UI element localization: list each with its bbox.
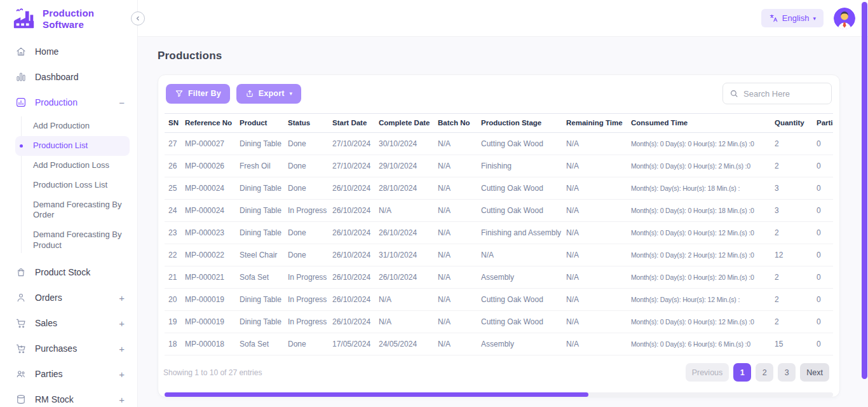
sidebar-collapse-button[interactable] xyxy=(131,11,145,25)
column-header-remaining-time: Remaining Time xyxy=(562,114,627,133)
cell-reference-no: MP-000021 xyxy=(181,266,236,289)
column-header-partially: Partially xyxy=(813,114,833,133)
content: Productions xyxy=(138,37,868,62)
cell-reference-no: MP-000024 xyxy=(181,177,236,200)
production-icon xyxy=(15,97,27,108)
sidebar-item-product-stock[interactable]: Product Stock xyxy=(0,259,137,285)
sidebar-item-production[interactable]: Production− xyxy=(0,90,137,115)
brand[interactable]: ProductionSoftware xyxy=(0,0,137,36)
column-header-product: Product xyxy=(236,114,284,133)
purchases-icon xyxy=(15,343,27,354)
horizontal-scrollbar-track[interactable] xyxy=(165,392,833,397)
submenu-item-add-production[interactable]: Add Production xyxy=(15,116,130,136)
sidebar-item-orders[interactable]: Orders+ xyxy=(0,285,137,310)
language-selector[interactable]: English ▾ xyxy=(761,9,824,27)
cell-quantity: 3 xyxy=(771,200,813,222)
table-row[interactable]: 23MP-000023Dining TableDone26/10/202426/… xyxy=(165,222,833,244)
cell-start-date: 26/10/2024 xyxy=(329,177,375,200)
product-stock-icon xyxy=(15,266,27,278)
cell-production-stage: N/A xyxy=(477,244,562,266)
cell-reference-no: MP-000019 xyxy=(181,311,236,333)
sidebar-item-sales[interactable]: Sales+ xyxy=(0,310,137,336)
language-label: English xyxy=(782,13,810,23)
user-avatar[interactable] xyxy=(834,8,855,29)
cell-consumed-time: Month(s): Day(s): Hour(s): 18 Min.(s) : xyxy=(627,177,771,200)
cell-start-date: 17/05/2024 xyxy=(329,333,375,355)
plus-icon: + xyxy=(119,369,125,379)
table-row[interactable]: 20MP-000019Dining TableIn Progress26/10/… xyxy=(165,289,833,311)
cell-remaining-time: N/A xyxy=(562,200,627,222)
cell-start-date: 26/10/2024 xyxy=(329,311,375,333)
cell-partially: 0 xyxy=(813,289,833,311)
pagination-previous-button[interactable]: Previous xyxy=(686,363,729,382)
sidebar-menu: HomeDashboardProduction−Add ProductionPr… xyxy=(0,36,137,407)
table-row[interactable]: 27MP-000027Dining TableDone27/10/202430/… xyxy=(165,133,833,155)
sidebar-item-parties[interactable]: Parties+ xyxy=(0,361,137,387)
cell-batch-no: N/A xyxy=(434,133,477,155)
table-row[interactable]: 26MP-000026Fresh OilDone27/10/202429/10/… xyxy=(165,155,833,177)
filter-by-button[interactable]: Filter By xyxy=(166,84,230,104)
cell-product: Steel Chair xyxy=(236,244,284,266)
export-button[interactable]: Export ▾ xyxy=(236,84,302,104)
cell-complete-date: 26/10/2024 xyxy=(375,266,434,289)
table-row[interactable]: 18MP-000018Sofa SetDone17/05/202424/05/2… xyxy=(165,333,833,355)
cell-batch-no: N/A xyxy=(434,289,477,311)
cell-complete-date: 29/10/2024 xyxy=(375,155,434,177)
table-row[interactable]: 25MP-000024Dining TableDone26/10/202428/… xyxy=(165,177,833,200)
column-header-status: Status xyxy=(284,114,329,133)
sidebar-item-rm-stock[interactable]: RM Stock+ xyxy=(0,387,137,407)
page-title: Productions xyxy=(158,50,868,62)
cell-production-stage: Finishing and Assembly xyxy=(477,222,562,244)
cell-sn: 25 xyxy=(165,177,181,200)
cell-production-stage: Assembly xyxy=(477,333,562,355)
cell-status: Done xyxy=(284,244,329,266)
sidebar-item-home[interactable]: Home xyxy=(0,39,137,64)
cell-complete-date: N/A xyxy=(375,289,434,311)
submenu-item-production-loss-list[interactable]: Production Loss List xyxy=(15,176,130,195)
productions-table: SNReference NoProductStatusStart DateCom… xyxy=(165,113,833,355)
sidebar-item-purchases[interactable]: Purchases+ xyxy=(0,336,137,361)
cell-start-date: 26/10/2024 xyxy=(329,200,375,222)
cell-quantity: 2 xyxy=(771,222,813,244)
sidebar-item-dashboard[interactable]: Dashboard xyxy=(0,64,137,90)
cell-consumed-time: Month(s): 0 Day(s): 2 Hour(s): 12 Min.(s… xyxy=(627,244,771,266)
sidebar-item-label: Home xyxy=(35,46,125,57)
cell-reference-no: MP-000027 xyxy=(181,133,236,155)
cell-partially: 0 xyxy=(813,266,833,289)
brand-name: ProductionSoftware xyxy=(43,8,94,31)
cell-production-stage: Cutting Oak Wood xyxy=(477,311,562,333)
submenu-item-demand-forecasting-by-order[interactable]: Demand Forecasting By Order xyxy=(15,195,130,226)
submenu-item-demand-forecasting-by-product[interactable]: Demand Forecasting By Product xyxy=(15,225,130,256)
sidebar-item-label: Production xyxy=(35,97,111,107)
column-header-complete-date: Complete Date xyxy=(375,114,434,133)
pagination-page-2[interactable]: 2 xyxy=(756,363,773,382)
pagination-next-button[interactable]: Next xyxy=(800,363,829,382)
minus-icon: − xyxy=(119,98,125,107)
cell-sn: 18 xyxy=(165,333,181,355)
cell-start-date: 27/10/2024 xyxy=(329,133,375,155)
horizontal-scrollbar-thumb[interactable] xyxy=(165,392,588,397)
cell-production-stage: Cutting Oak Wood xyxy=(477,177,562,200)
cell-quantity: 2 xyxy=(771,289,813,311)
vertical-scrollbar-thumb[interactable] xyxy=(862,2,867,379)
cell-remaining-time: N/A xyxy=(562,311,627,333)
table-row[interactable]: 24MP-000024Dining TableIn Progress26/10/… xyxy=(165,200,833,222)
table-row[interactable]: 22MP-000022Steel ChairDone26/10/202431/1… xyxy=(165,244,833,266)
cell-status: In Progress xyxy=(284,311,329,333)
table-body: 27MP-000027Dining TableDone27/10/202430/… xyxy=(165,133,833,355)
table-row[interactable]: 19MP-000019Dining TableIn Progress26/10/… xyxy=(165,311,833,333)
pagination: Previous123Next xyxy=(686,363,829,382)
card-footer: Showing 1 to 10 of 27 entries Previous12… xyxy=(158,355,839,387)
submenu-item-add-production-loss[interactable]: Add Production Loss xyxy=(15,156,130,176)
cell-partially: 0 xyxy=(813,200,833,222)
pagination-page-1[interactable]: 1 xyxy=(733,363,751,382)
cell-consumed-time: Month(s): 0 Day(s): 6 Hour(s): 6 Min.(s)… xyxy=(627,333,771,355)
pagination-page-3[interactable]: 3 xyxy=(778,363,796,382)
search-input[interactable] xyxy=(743,89,825,99)
sidebar-item-label: Product Stock xyxy=(35,267,125,277)
cell-sn: 20 xyxy=(165,289,181,311)
cell-production-stage: Cutting Oak Wood xyxy=(477,289,562,311)
submenu-item-production-list[interactable]: Production List xyxy=(15,136,130,156)
card-toolbar: Filter By Export ▾ xyxy=(158,75,839,113)
table-row[interactable]: 21MP-000021Sofa SetIn Progress26/10/2024… xyxy=(165,266,833,289)
